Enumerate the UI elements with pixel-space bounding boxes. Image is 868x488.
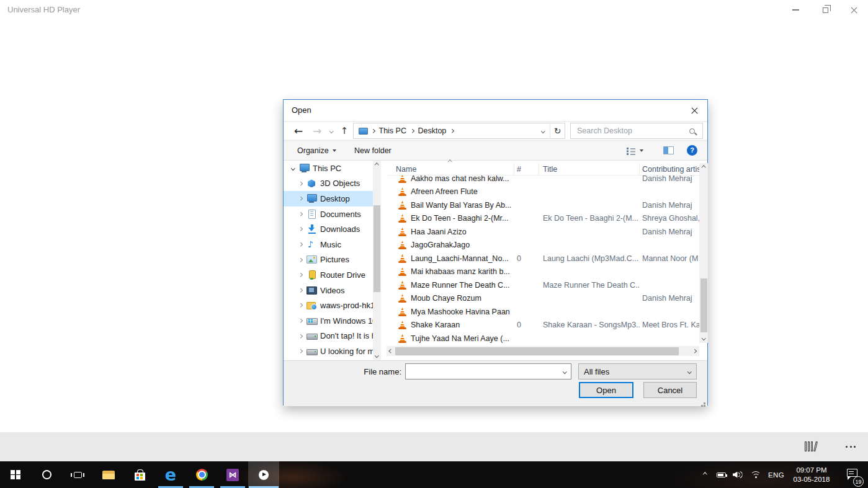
file-row[interactable]: Laung_Laachi-Mannat_No... 0 Laung Laachi… — [387, 252, 699, 265]
file-type-dropdown[interactable]: All files — [578, 363, 697, 379]
sidebar-item-waws-prod[interactable]: waws-prod-hk1- — [284, 298, 373, 313]
sidebar-item-drive-1[interactable]: Don't tap! It is ho — [284, 329, 373, 344]
file-row[interactable]: Shake Karaan 0 Shake Karaan - SongsMp3..… — [387, 319, 699, 332]
file-row[interactable]: Moub Chaye Rozum Danish Mehraj — [387, 292, 699, 306]
search-icon[interactable] — [689, 128, 695, 134]
sidebar-item-music[interactable]: Music — [284, 237, 373, 252]
refresh-icon[interactable]: ↻ — [550, 123, 565, 139]
column-header-number[interactable]: # — [514, 163, 539, 175]
cancel-button[interactable]: Cancel — [643, 382, 697, 398]
sidebar-item-videos[interactable]: Videos — [284, 283, 373, 298]
sidebar-item-pictures[interactable]: Pictures — [284, 252, 373, 268]
start-button[interactable] — [0, 461, 31, 488]
chevron-right-icon[interactable] — [297, 350, 303, 353]
sidebar-item-drive-2[interactable]: U looking for mu — [284, 344, 373, 359]
scroll-right-arrow[interactable] — [690, 346, 699, 356]
close-button[interactable] — [839, 0, 868, 20]
back-button[interactable]: ← — [290, 122, 307, 140]
sidebar-item-3d-objects[interactable]: 3D Objects — [284, 176, 373, 192]
restore-button[interactable] — [811, 0, 839, 20]
edge-button[interactable] — [155, 461, 186, 488]
chevron-right-icon[interactable] — [297, 259, 303, 262]
breadcrumb-desktop[interactable]: Desktop — [418, 126, 446, 135]
task-view-button[interactable] — [62, 461, 93, 488]
chevron-right-icon[interactable] — [297, 228, 303, 231]
list-horizontal-scrollbar[interactable] — [387, 346, 699, 356]
column-header-name[interactable]: Name — [387, 163, 514, 175]
column-header-artist[interactable]: Contributing artists — [640, 163, 699, 175]
chevron-down-icon[interactable] — [290, 167, 296, 170]
preview-pane-button[interactable] — [663, 146, 674, 154]
file-row[interactable]: Mya Mashooke Havina Paan — [387, 305, 699, 319]
sidebar-item-router-drive[interactable]: Router Drive — [284, 267, 373, 283]
chevron-right-icon — [410, 129, 414, 133]
resize-grip[interactable] — [704, 402, 705, 404]
file-row[interactable]: Ek Do Teen - Baaghi 2-(Mr... Ek Do Teen … — [387, 212, 699, 226]
file-row[interactable]: JagoGrahakJago — [387, 239, 699, 252]
file-row[interactable]: Maze Runner The Death C... Maze Runner T… — [387, 278, 699, 292]
language-indicator[interactable]: ENG — [765, 461, 787, 488]
chevron-right-icon[interactable] — [297, 319, 303, 322]
visual-studio-button[interactable] — [217, 461, 248, 488]
sidebar-item-desktop[interactable]: Desktop — [284, 191, 373, 206]
clock[interactable]: 09:07 PM 03-05-2018 — [787, 461, 836, 488]
speaker-icon[interactable] — [729, 461, 746, 488]
change-view-button[interactable] — [627, 141, 643, 160]
chevron-right-icon[interactable] — [297, 213, 303, 216]
chevron-right-icon[interactable] — [297, 304, 303, 307]
forward-button[interactable]: → — [308, 122, 326, 140]
chevron-right-icon[interactable] — [297, 335, 303, 338]
chevron-right-icon[interactable] — [297, 197, 303, 200]
chevron-right-icon[interactable] — [297, 273, 303, 277]
search-input[interactable] — [571, 126, 689, 135]
dialog-close-button[interactable] — [684, 102, 705, 118]
chevron-right-icon[interactable] — [297, 289, 303, 292]
file-row[interactable]: Bail Wanty Bal Yaras By Ab... Danish Meh… — [387, 198, 699, 212]
chevron-down-icon[interactable] — [558, 370, 571, 373]
minimize-button[interactable] — [781, 0, 810, 20]
file-name-input[interactable] — [406, 364, 558, 379]
scroll-up-arrow[interactable] — [699, 163, 708, 172]
show-hidden-icons-button[interactable] — [697, 461, 713, 488]
sidebar-item-windows-drive[interactable]: I'm Windows 10 — [284, 313, 373, 329]
chevron-right-icon[interactable] — [297, 243, 303, 246]
breadcrumb-this-pc[interactable]: This PC — [379, 126, 406, 135]
see-more-icon[interactable] — [846, 446, 856, 448]
file-row[interactable]: Aakho mas chat nesh kalw... Danish Mehra… — [387, 175, 699, 185]
tree-scrollbar[interactable] — [373, 161, 381, 360]
up-button[interactable]: ↑ — [337, 122, 352, 140]
scroll-left-arrow[interactable] — [387, 346, 396, 356]
chevron-right-icon[interactable] — [297, 182, 303, 185]
sidebar-item-this-pc[interactable]: This PC — [284, 161, 373, 176]
scroll-down-arrow[interactable] — [699, 334, 708, 343]
sidebar-item-documents[interactable]: Documents — [284, 206, 373, 222]
action-center-button[interactable]: 19 — [836, 461, 868, 488]
open-button[interactable]: Open — [579, 382, 633, 398]
file-explorer-button[interactable] — [93, 461, 124, 488]
scroll-up-arrow[interactable] — [373, 161, 381, 170]
cortana-button[interactable] — [31, 461, 62, 488]
recent-locations-chevron[interactable] — [327, 122, 336, 140]
scrollbar-thumb[interactable] — [395, 347, 679, 355]
address-bar[interactable]: This PC Desktop ↻ — [353, 123, 565, 139]
media-player-button[interactable] — [248, 461, 279, 488]
library-icon[interactable] — [805, 441, 820, 453]
file-row[interactable]: Afreen Afreen Flute — [387, 185, 699, 199]
help-button[interactable] — [687, 145, 697, 156]
chrome-button[interactable] — [186, 461, 217, 488]
organize-button[interactable]: Organize — [297, 141, 336, 160]
file-row[interactable]: Tujhe Yaad Na Meri Aaye (... — [387, 332, 699, 345]
address-dropdown-chevron[interactable] — [536, 130, 550, 133]
wifi-icon[interactable] — [746, 461, 765, 488]
column-header-title[interactable]: Title — [539, 163, 640, 175]
list-vertical-scrollbar[interactable] — [699, 163, 708, 343]
microsoft-store-button[interactable] — [124, 461, 155, 488]
new-folder-button[interactable]: New folder — [354, 141, 391, 160]
file-row[interactable]: Haa Jaani Azizo Danish Mehraj — [387, 225, 699, 239]
scrollbar-thumb[interactable] — [374, 205, 380, 292]
file-row[interactable]: Mai khabaas manz karith b... — [387, 265, 699, 279]
battery-icon[interactable] — [713, 461, 729, 488]
sidebar-item-downloads[interactable]: Downloads — [284, 221, 373, 237]
scrollbar-thumb[interactable] — [700, 278, 707, 332]
scroll-down-arrow[interactable] — [373, 351, 381, 360]
